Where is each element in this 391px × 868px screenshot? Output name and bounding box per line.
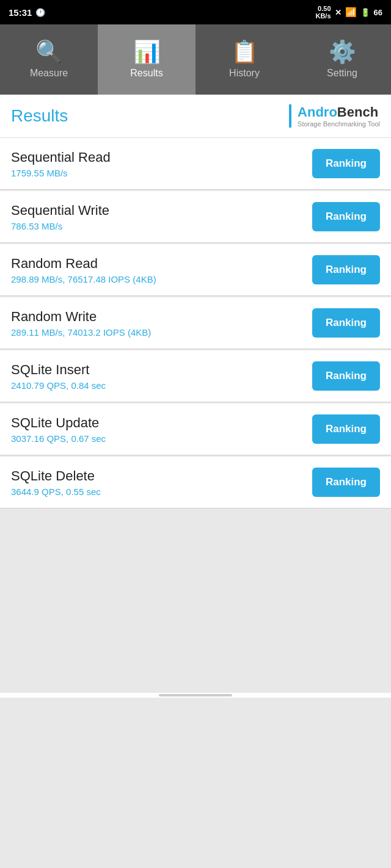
- list-item: SQLite Update 3037.16 QPS, 0.67 sec Rank…: [0, 403, 391, 455]
- brand-rest: Bench: [337, 104, 378, 120]
- battery-level: 66: [374, 8, 382, 17]
- result-info: SQLite Delete 3644.9 QPS, 0.55 sec: [11, 468, 312, 497]
- result-info: SQLite Update 3037.16 QPS, 0.67 sec: [11, 415, 312, 444]
- result-value: 298.89 MB/s, 76517.48 IOPS (4KB): [11, 274, 312, 284]
- result-value: 289.11 MB/s, 74013.2 IOPS (4KB): [11, 327, 312, 338]
- ranking-button-6[interactable]: Ranking: [312, 468, 380, 497]
- list-item: SQLite Insert 2410.79 QPS, 0.84 sec Rank…: [0, 350, 391, 402]
- result-info: SQLite Insert 2410.79 QPS, 0.84 sec: [11, 362, 312, 391]
- results-icon: 📊: [133, 41, 161, 63]
- tab-setting[interactable]: ⚙️ Setting: [293, 24, 391, 95]
- tab-history-label: History: [229, 68, 260, 79]
- network-speed: 0.50KB/s: [315, 5, 331, 20]
- tab-setting-label: Setting: [327, 68, 357, 79]
- result-name: Random Write: [11, 309, 312, 325]
- tab-results[interactable]: 📊 Results: [98, 24, 196, 95]
- bottom-bar: [0, 693, 391, 698]
- wifi-icon: 📶: [345, 7, 357, 18]
- ranking-button-2[interactable]: Ranking: [312, 255, 380, 284]
- tab-history[interactable]: 📋 History: [196, 24, 293, 95]
- tab-measure[interactable]: 🔍 Measure: [0, 24, 98, 95]
- list-item: Sequential Read 1759.55 MB/s Ranking: [0, 138, 391, 190]
- bottom-indicator: [159, 694, 232, 696]
- status-bar: 15:31 🕐 0.50KB/s ✕ 📶 🔋 66: [0, 0, 391, 24]
- result-name: SQLite Insert: [11, 362, 312, 378]
- tab-measure-label: Measure: [30, 68, 68, 79]
- brand-name: AndroBench: [298, 104, 378, 120]
- result-name: Random Read: [11, 256, 312, 272]
- result-info: Sequential Write 786.53 MB/s: [11, 203, 312, 231]
- status-time: 15:31: [9, 7, 32, 18]
- result-name: SQLite Update: [11, 415, 312, 431]
- setting-icon: ⚙️: [329, 41, 356, 63]
- results-list: Sequential Read 1759.55 MB/s Ranking Seq…: [0, 138, 391, 508]
- result-value: 786.53 MB/s: [11, 221, 312, 231]
- list-item: Random Write 289.11 MB/s, 74013.2 IOPS (…: [0, 297, 391, 349]
- bottom-filler: [0, 510, 391, 693]
- result-value: 1759.55 MB/s: [11, 168, 312, 178]
- result-info: Random Write 289.11 MB/s, 74013.2 IOPS (…: [11, 309, 312, 338]
- result-name: Sequential Read: [11, 150, 312, 165]
- close-icon: ✕: [335, 8, 342, 17]
- results-header: Results AndroBench Storage Benchmarking …: [0, 95, 391, 138]
- brand-logo: AndroBench Storage Benchmarking Tool: [289, 104, 380, 128]
- result-info: Sequential Read 1759.55 MB/s: [11, 150, 312, 178]
- brand-highlight: Andro: [298, 104, 337, 120]
- history-icon: 📋: [231, 41, 258, 63]
- measure-icon: 🔍: [35, 41, 63, 63]
- ranking-button-4[interactable]: Ranking: [312, 361, 380, 391]
- result-value: 3644.9 QPS, 0.55 sec: [11, 486, 312, 497]
- ranking-button-1[interactable]: Ranking: [312, 202, 380, 231]
- page-title: Results: [11, 106, 68, 126]
- brand-sub: Storage Benchmarking Tool: [298, 120, 380, 128]
- ranking-button-0[interactable]: Ranking: [312, 149, 380, 178]
- ranking-button-5[interactable]: Ranking: [312, 414, 380, 444]
- nav-tabs: 🔍 Measure 📊 Results 📋 History ⚙️ Setting: [0, 24, 391, 95]
- list-item: SQLite Delete 3644.9 QPS, 0.55 sec Ranki…: [0, 457, 391, 508]
- list-item: Sequential Write 786.53 MB/s Ranking: [0, 191, 391, 243]
- result-name: Sequential Write: [11, 203, 312, 219]
- tab-results-label: Results: [130, 68, 163, 79]
- result-value: 2410.79 QPS, 0.84 sec: [11, 380, 312, 391]
- result-value: 3037.16 QPS, 0.67 sec: [11, 433, 312, 444]
- ranking-button-3[interactable]: Ranking: [312, 308, 380, 338]
- list-item: Random Read 298.89 MB/s, 76517.48 IOPS (…: [0, 244, 391, 296]
- result-info: Random Read 298.89 MB/s, 76517.48 IOPS (…: [11, 256, 312, 284]
- status-icon: 🕐: [35, 8, 45, 17]
- battery-icon: 🔋: [360, 8, 370, 17]
- result-name: SQLite Delete: [11, 468, 312, 484]
